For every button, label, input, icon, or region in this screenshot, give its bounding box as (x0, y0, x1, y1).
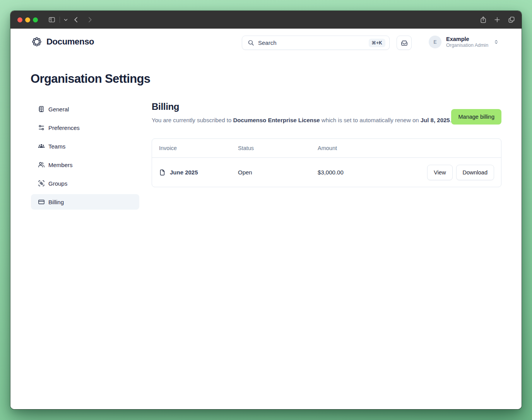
sidebar-item-members[interactable]: Members (31, 157, 139, 172)
back-icon[interactable] (72, 15, 80, 24)
inbox-button[interactable] (397, 36, 412, 50)
search-input[interactable]: Search ⌘+K (242, 36, 390, 50)
sidebar-item-preferences[interactable]: Preferences (31, 120, 139, 135)
sidebar-item-billing[interactable]: Billing (31, 194, 139, 210)
file-icon (159, 169, 166, 176)
user-name: Example (446, 36, 488, 43)
invoice-status: Open (238, 169, 318, 176)
sidebar-item-teams[interactable]: Teams (31, 138, 139, 154)
avatar-initial: E (433, 39, 436, 45)
users-icon (38, 161, 45, 168)
chevron-down-icon[interactable] (62, 15, 70, 24)
browser-window: Documenso Search ⌘+K E Example Organisat… (10, 11, 522, 409)
zoom-window-button[interactable] (33, 17, 38, 22)
sidebar-item-label: Teams (48, 143, 65, 150)
sidebar-item-label: Preferences (48, 125, 80, 131)
column-header-status: Status (238, 145, 318, 151)
chevron-up-down-icon (494, 39, 499, 44)
table-row: June 2025 Open $3,000.00 View Download (152, 158, 501, 187)
sidebar-item-label: Members (48, 162, 73, 168)
page-title: Organisation Settings (31, 72, 151, 86)
billing-heading: Billing (152, 101, 501, 112)
avatar: E (429, 36, 441, 48)
sliders-icon (38, 124, 45, 131)
users-group-icon (38, 143, 45, 150)
sidebar-item-label: Groups (48, 180, 67, 187)
search-icon (248, 39, 254, 46)
minimize-window-button[interactable] (25, 17, 30, 22)
documenso-rosette-icon (31, 36, 43, 48)
window-titlebar (10, 11, 522, 29)
invoice-period: June 2025 (170, 169, 198, 176)
column-header-amount: Amount (318, 145, 494, 151)
new-tab-icon[interactable] (493, 15, 501, 24)
group-scan-icon (38, 180, 45, 187)
credit-card-icon (38, 198, 45, 205)
close-window-button[interactable] (17, 17, 22, 22)
invoice-actions: View Download (427, 165, 494, 180)
sidebar-item-general[interactable]: General (31, 101, 139, 117)
sidebar-item-label: Billing (48, 199, 64, 205)
settings-layout: General Preferences Teams Members Groups (31, 101, 501, 210)
sidebar-item-groups[interactable]: Groups (31, 176, 139, 191)
inbox-icon (401, 39, 408, 46)
column-header-invoice: Invoice (159, 145, 238, 151)
billing-description: You are currently subscribed to Documens… (152, 117, 501, 123)
search-shortcut-badge: ⌘+K (369, 39, 385, 47)
app-content: Documenso Search ⌘+K E Example Organisat… (10, 29, 522, 409)
tab-overview-icon[interactable] (507, 15, 516, 24)
invoices-table-header: Invoice Status Amount (152, 139, 501, 158)
user-role: Organisation Admin (446, 43, 488, 49)
download-invoice-button[interactable]: Download (456, 165, 494, 180)
desc-renew-date: Jul 8, 2025 (421, 117, 450, 123)
sidebar-toggle-icon[interactable] (48, 15, 56, 24)
search-placeholder: Search (258, 39, 365, 46)
desc-middle: which is set to automatically renew on (320, 117, 421, 123)
settings-sidenav: General Preferences Teams Members Groups (31, 101, 139, 210)
user-menu[interactable]: E Example Organisation Admin (429, 36, 499, 49)
invoices-table: Invoice Status Amount June 2025 Open $3,… (152, 138, 501, 187)
sidebar-item-label: General (48, 106, 69, 113)
titlebar-divider (60, 17, 60, 23)
forward-icon[interactable] (86, 15, 94, 24)
invoice-cell: June 2025 (159, 169, 238, 176)
desc-prefix: You are currently subscribed to (152, 117, 233, 123)
billing-section: Billing You are currently subscribed to … (152, 101, 501, 210)
building-icon (38, 106, 45, 113)
invoice-amount: $3,000.00 (318, 169, 427, 176)
user-text: Example Organisation Admin (446, 36, 488, 49)
desc-plan-name: Documenso Enterprise License (233, 117, 320, 123)
documenso-logo[interactable]: Documenso (31, 36, 94, 48)
brand-name: Documenso (46, 37, 94, 47)
view-invoice-button[interactable]: View (427, 165, 452, 180)
manage-billing-button[interactable]: Manage billing (451, 109, 501, 125)
share-icon[interactable] (479, 15, 488, 24)
